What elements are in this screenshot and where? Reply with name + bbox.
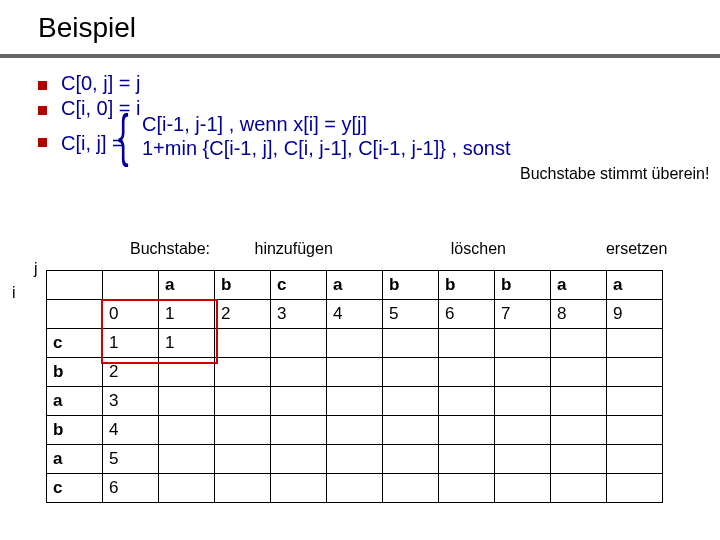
axis-i-label: i <box>12 284 16 302</box>
col-header <box>103 271 159 300</box>
cell <box>383 445 439 474</box>
cell <box>495 358 551 387</box>
cell <box>215 416 271 445</box>
cell <box>215 358 271 387</box>
cell: 7 <box>495 300 551 329</box>
col-header: b <box>215 271 271 300</box>
cell <box>271 445 327 474</box>
col-header: a <box>551 271 607 300</box>
bullet-1-text: C[0, j] = j <box>61 72 140 95</box>
cell: 6 <box>103 474 159 503</box>
cell <box>551 329 607 358</box>
cell: 5 <box>383 300 439 329</box>
cell: 1 <box>103 329 159 358</box>
cases-block: C[i-1, j-1] , wenn x[i] = y[j] 1+min {C[… <box>142 112 510 160</box>
cell <box>327 474 383 503</box>
cell <box>383 358 439 387</box>
table-row: b 4 <box>47 416 663 445</box>
title-underline <box>0 54 720 58</box>
cell: 2 <box>215 300 271 329</box>
table-row: a 3 <box>47 387 663 416</box>
col-header: a <box>327 271 383 300</box>
cell: 0 <box>103 300 159 329</box>
annot-replace: ersetzen <box>606 240 667 258</box>
annotation-row: Buchstabe: hinzufügen löschen ersetzen <box>130 240 690 258</box>
cell: 3 <box>271 300 327 329</box>
cell <box>439 387 495 416</box>
cell <box>495 329 551 358</box>
bullet-3-left: C[i, j] = <box>61 132 124 155</box>
dp-table: a b c a b b b a a 0 1 2 3 4 5 6 7 8 9 c … <box>46 270 663 503</box>
col-header: a <box>607 271 663 300</box>
cell <box>215 445 271 474</box>
cell: 3 <box>103 387 159 416</box>
note-match: Buchstabe stimmt überein! <box>520 165 709 183</box>
axis-j-label: j <box>34 260 38 278</box>
cell <box>495 387 551 416</box>
cell <box>495 416 551 445</box>
col-header: b <box>383 271 439 300</box>
bullet-square-icon <box>38 81 47 90</box>
annot-prefix: Buchstabe: hinzufügen <box>130 240 373 258</box>
bullet-list: C[0, j] = j C[i, 0] = i C[i, j] = { C[i-… <box>0 72 720 170</box>
cell <box>327 358 383 387</box>
cell <box>551 387 607 416</box>
cell <box>495 445 551 474</box>
cell <box>383 329 439 358</box>
cell <box>215 387 271 416</box>
col-header: c <box>271 271 327 300</box>
cell <box>439 445 495 474</box>
row-header: c <box>47 474 103 503</box>
cell <box>215 329 271 358</box>
cell <box>271 416 327 445</box>
cell <box>607 474 663 503</box>
row-header: b <box>47 358 103 387</box>
cell: 1 <box>159 329 215 358</box>
cell <box>439 416 495 445</box>
cell <box>551 358 607 387</box>
cell: 8 <box>551 300 607 329</box>
cell <box>607 416 663 445</box>
cell <box>439 329 495 358</box>
cell <box>271 474 327 503</box>
cell <box>383 474 439 503</box>
cell <box>551 416 607 445</box>
row-header: c <box>47 329 103 358</box>
cell <box>271 387 327 416</box>
cell: 4 <box>327 300 383 329</box>
table-row: a 5 <box>47 445 663 474</box>
cell <box>327 329 383 358</box>
slide: Beispiel C[0, j] = j C[i, 0] = i C[i, j]… <box>0 0 720 540</box>
cell <box>159 416 215 445</box>
cell: 4 <box>103 416 159 445</box>
table-header-row: a b c a b b b a a <box>47 271 663 300</box>
cell <box>159 474 215 503</box>
table-row: 0 1 2 3 4 5 6 7 8 9 <box>47 300 663 329</box>
table-row: c 6 <box>47 474 663 503</box>
bullet-square-icon <box>38 106 47 115</box>
cell <box>551 474 607 503</box>
annot-delete: löschen <box>451 240 506 258</box>
col-header <box>47 271 103 300</box>
cell <box>551 445 607 474</box>
row-header: a <box>47 445 103 474</box>
case-1: C[i-1, j-1] , wenn x[i] = y[j] <box>142 112 510 136</box>
cell <box>607 329 663 358</box>
cell <box>607 445 663 474</box>
bullet-3: C[i, j] = { C[i-1, j-1] , wenn x[i] = y[… <box>38 122 720 170</box>
cell <box>439 358 495 387</box>
cell: 2 <box>103 358 159 387</box>
table-row: b 2 <box>47 358 663 387</box>
cell <box>327 416 383 445</box>
col-header: b <box>439 271 495 300</box>
slide-title: Beispiel <box>0 12 720 44</box>
cell <box>327 445 383 474</box>
row-header: b <box>47 416 103 445</box>
row-header: a <box>47 387 103 416</box>
cell: 1 <box>159 300 215 329</box>
col-header: a <box>159 271 215 300</box>
brace-icon: { <box>118 106 129 164</box>
cell <box>271 358 327 387</box>
cell <box>215 474 271 503</box>
cell <box>327 387 383 416</box>
